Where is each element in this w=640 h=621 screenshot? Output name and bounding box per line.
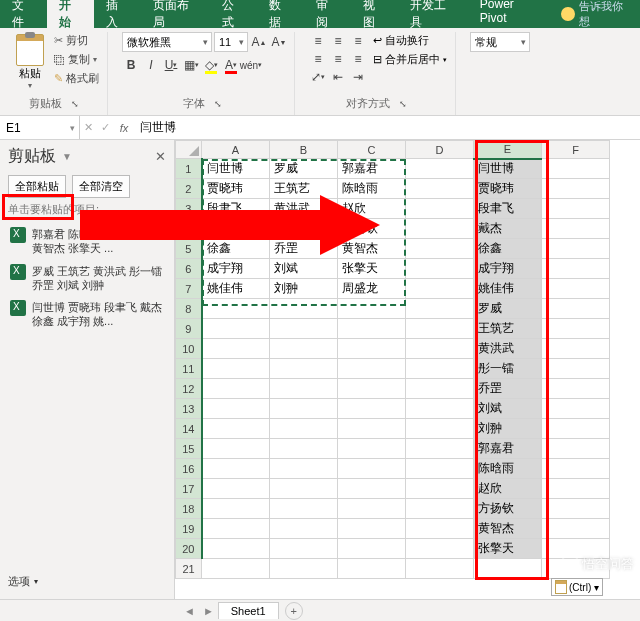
cell-E10[interactable]: 黄洪武 xyxy=(474,339,542,359)
cell-B9[interactable] xyxy=(270,319,338,339)
clipboard-item-3[interactable]: 闫世博 贾晓玮 段聿飞 戴杰 徐鑫 成宇翔 姚... xyxy=(8,296,166,333)
row-header-19[interactable]: 19 xyxy=(176,519,202,539)
decrease-indent-button[interactable]: ⇤ xyxy=(329,68,347,86)
cell-D5[interactable] xyxy=(406,239,474,259)
cell-F10[interactable] xyxy=(542,339,610,359)
tell-me-search[interactable]: 告诉我你想 xyxy=(553,0,640,29)
row-header-1[interactable]: 1 xyxy=(176,159,202,179)
underline-button[interactable]: U▾ xyxy=(162,56,180,74)
cell-C4[interactable]: 方扬钦 xyxy=(338,219,406,239)
cell-F15[interactable] xyxy=(542,439,610,459)
row-header-15[interactable]: 15 xyxy=(176,439,202,459)
enter-formula-button[interactable]: ✓ xyxy=(97,121,114,134)
col-header-B[interactable]: B xyxy=(270,141,338,159)
cell-D11[interactable] xyxy=(406,359,474,379)
cell-E2[interactable]: 贾晓玮 xyxy=(474,179,542,199)
cell-E1[interactable]: 闫世博 xyxy=(474,159,542,179)
row-header-13[interactable]: 13 xyxy=(176,399,202,419)
cell-B3[interactable]: 黄洪武 xyxy=(270,199,338,219)
cell-F11[interactable] xyxy=(542,359,610,379)
cell-A8[interactable] xyxy=(202,299,270,319)
cell-A17[interactable] xyxy=(202,479,270,499)
select-all-corner[interactable] xyxy=(176,141,202,159)
cell-D4[interactable] xyxy=(406,219,474,239)
wrap-text-button[interactable]: ↩自动换行 xyxy=(371,32,449,49)
formula-value[interactable]: 闫世博 xyxy=(134,119,640,136)
cell-E11[interactable]: 彤一镭 xyxy=(474,359,542,379)
row-header-5[interactable]: 5 xyxy=(176,239,202,259)
cell-C11[interactable] xyxy=(338,359,406,379)
cell-A14[interactable] xyxy=(202,419,270,439)
cell-A1[interactable]: 闫世博 xyxy=(202,159,270,179)
cell-A19[interactable] xyxy=(202,519,270,539)
cell-C10[interactable] xyxy=(338,339,406,359)
row-header-17[interactable]: 17 xyxy=(176,479,202,499)
pin-icon[interactable]: ▼ xyxy=(62,151,72,162)
col-header-D[interactable]: D xyxy=(406,141,474,159)
cell-B20[interactable] xyxy=(270,539,338,559)
cell-F7[interactable] xyxy=(542,279,610,299)
col-header-E[interactable]: E xyxy=(474,141,542,159)
clipboard-item-1[interactable]: 郭嘉君 陈晗雨 赵欣 方扬钦 黄智杰 张擎天 ... xyxy=(8,223,166,260)
cell-D9[interactable] xyxy=(406,319,474,339)
sheet-nav-next[interactable]: ► xyxy=(199,605,218,617)
cell-F3[interactable] xyxy=(542,199,610,219)
border-button[interactable]: ▦▾ xyxy=(182,56,200,74)
row-header-8[interactable]: 8 xyxy=(176,299,202,319)
cell-D18[interactable] xyxy=(406,499,474,519)
col-header-F[interactable]: F xyxy=(542,141,610,159)
cell-A4[interactable]: 戴杰 xyxy=(202,219,270,239)
cell-B4[interactable]: 彤一镭 xyxy=(270,219,338,239)
cut-button[interactable]: ✂剪切 xyxy=(52,32,101,49)
cell-B6[interactable]: 刘斌 xyxy=(270,259,338,279)
row-header-11[interactable]: 11 xyxy=(176,359,202,379)
cell-B11[interactable] xyxy=(270,359,338,379)
cell-B17[interactable] xyxy=(270,479,338,499)
bold-button[interactable]: B xyxy=(122,56,140,74)
row-header-21[interactable]: 21 xyxy=(176,559,202,579)
cell-D2[interactable] xyxy=(406,179,474,199)
cell-F13[interactable] xyxy=(542,399,610,419)
row-header-10[interactable]: 10 xyxy=(176,339,202,359)
cell-E16[interactable]: 陈晗雨 xyxy=(474,459,542,479)
cell-A20[interactable] xyxy=(202,539,270,559)
cell-C12[interactable] xyxy=(338,379,406,399)
cell-D19[interactable] xyxy=(406,519,474,539)
cell-B10[interactable] xyxy=(270,339,338,359)
cell-D16[interactable] xyxy=(406,459,474,479)
cell-C20[interactable] xyxy=(338,539,406,559)
cell-A3[interactable]: 段聿飞 xyxy=(202,199,270,219)
cell-F19[interactable] xyxy=(542,519,610,539)
cell-A10[interactable] xyxy=(202,339,270,359)
cell-D17[interactable] xyxy=(406,479,474,499)
cell-C5[interactable]: 黄智杰 xyxy=(338,239,406,259)
align-middle-button[interactable]: ≡ xyxy=(329,32,347,50)
cell-D12[interactable] xyxy=(406,379,474,399)
paste-options-button[interactable]: (Ctrl) ▾ xyxy=(551,578,603,596)
sheet-nav-prev[interactable]: ◄ xyxy=(180,605,199,617)
cell-E13[interactable]: 刘斌 xyxy=(474,399,542,419)
cell-D3[interactable] xyxy=(406,199,474,219)
cell-B12[interactable] xyxy=(270,379,338,399)
spreadsheet-grid[interactable]: ABCDEF1闫世博罗威郭嘉君闫世博2贾晓玮王筑艺陈晗雨贾晓玮3段聿飞黄洪武赵欣… xyxy=(175,140,640,599)
cell-A16[interactable] xyxy=(202,459,270,479)
font-size-select[interactable]: 11 xyxy=(214,32,248,52)
cell-B13[interactable] xyxy=(270,399,338,419)
align-launcher[interactable]: ⤡ xyxy=(394,95,412,113)
cell-E7[interactable]: 姚佳伟 xyxy=(474,279,542,299)
row-header-7[interactable]: 7 xyxy=(176,279,202,299)
align-left-button[interactable]: ≡ xyxy=(309,50,327,68)
cell-E6[interactable]: 成宇翔 xyxy=(474,259,542,279)
cell-D14[interactable] xyxy=(406,419,474,439)
row-header-16[interactable]: 16 xyxy=(176,459,202,479)
cell-B2[interactable]: 王筑艺 xyxy=(270,179,338,199)
italic-button[interactable]: I xyxy=(142,56,160,74)
increase-font-button[interactable]: A▲ xyxy=(250,33,268,51)
cell-C9[interactable] xyxy=(338,319,406,339)
paste-button[interactable]: 粘贴 ▾ xyxy=(12,32,48,92)
cell-E3[interactable]: 段聿飞 xyxy=(474,199,542,219)
cell-E12[interactable]: 乔罡 xyxy=(474,379,542,399)
cell-A11[interactable] xyxy=(202,359,270,379)
row-header-9[interactable]: 9 xyxy=(176,319,202,339)
cell-B1[interactable]: 罗威 xyxy=(270,159,338,179)
